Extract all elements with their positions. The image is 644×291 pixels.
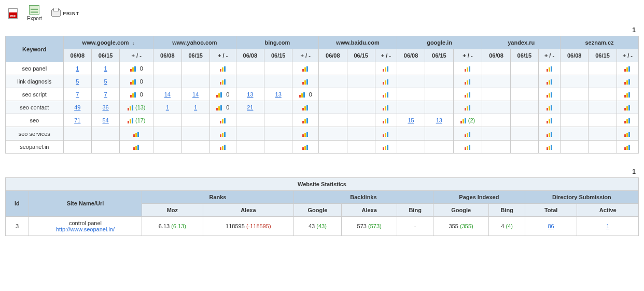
col-sub[interactable]: 06/08 — [397, 49, 425, 62]
chart-icon[interactable] — [465, 105, 471, 110]
col-engine[interactable]: seznam.cz — [561, 36, 639, 49]
col-sub[interactable]: + / - — [120, 49, 153, 62]
col-sub[interactable]: 06/15 — [181, 49, 209, 62]
chart-icon[interactable] — [220, 79, 226, 85]
chart-icon[interactable] — [383, 79, 389, 85]
col-ds-total[interactable]: Total — [525, 203, 577, 216]
chart-icon[interactable] — [624, 79, 631, 85]
rank-link[interactable]: 13 — [275, 91, 282, 98]
chart-icon[interactable] — [624, 92, 631, 98]
col-sub[interactable]: 06/15 — [510, 49, 538, 62]
col-sub[interactable]: 06/08 — [236, 49, 264, 62]
col-sub[interactable]: + / - — [292, 49, 319, 62]
chart-icon[interactable] — [465, 145, 471, 150]
rank-link[interactable]: 1 — [104, 65, 107, 72]
rank-link[interactable]: 1 — [76, 65, 79, 72]
rank-link[interactable]: 21 — [247, 104, 253, 110]
chart-icon[interactable] — [302, 145, 309, 150]
col-ds-active[interactable]: Active — [577, 203, 639, 216]
col-engine[interactable]: www.baidu.com — [319, 36, 397, 49]
chart-icon[interactable] — [383, 145, 389, 150]
col-sub[interactable]: + / - — [453, 49, 482, 62]
col-sub[interactable]: 06/15 — [425, 49, 453, 62]
chart-icon[interactable] — [383, 92, 389, 98]
chart-icon[interactable] — [383, 118, 389, 123]
chart-icon[interactable] — [465, 66, 471, 72]
chart-icon[interactable] — [465, 92, 471, 98]
rank-link[interactable]: 54 — [102, 117, 108, 123]
col-bl-alexa[interactable]: Alexa — [341, 203, 397, 216]
rank-link[interactable]: 36 — [102, 104, 108, 110]
col-sub[interactable]: 06/08 — [153, 49, 181, 62]
chart-icon[interactable] — [133, 145, 139, 150]
rank-link[interactable]: 5 — [76, 78, 79, 85]
chart-icon[interactable] — [128, 118, 134, 123]
chart-icon[interactable] — [624, 132, 631, 137]
col-bl-google[interactable]: Google — [293, 203, 341, 216]
col-sub[interactable]: 06/08 — [63, 49, 91, 62]
chart-icon[interactable] — [465, 132, 471, 137]
col-sub[interactable]: 06/15 — [264, 49, 292, 62]
col-sub[interactable]: 06/08 — [319, 49, 347, 62]
chart-icon[interactable] — [302, 66, 309, 72]
chart-icon[interactable] — [216, 92, 222, 98]
col-engine[interactable]: www.yahoo.com — [153, 36, 236, 49]
col-bl-bing[interactable]: Bing — [397, 203, 433, 216]
rank-link[interactable]: 14 — [164, 91, 171, 98]
col-keyword[interactable]: Keyword — [6, 36, 64, 62]
rank-link[interactable]: 7 — [104, 91, 107, 98]
rank-link[interactable]: 14 — [192, 91, 199, 98]
chart-icon[interactable] — [547, 105, 553, 110]
col-sub[interactable]: + / - — [617, 49, 638, 62]
col-sub[interactable]: 06/15 — [347, 49, 375, 62]
chart-icon[interactable] — [547, 132, 553, 137]
col-pi-bing[interactable]: Bing — [489, 203, 525, 216]
col-engine[interactable]: yandex.ru — [482, 36, 561, 49]
col-sub[interactable]: 06/08 — [561, 49, 589, 62]
rank-link[interactable]: 1 — [166, 104, 169, 110]
chart-icon[interactable] — [220, 118, 226, 123]
col-sub[interactable]: + / - — [375, 49, 397, 62]
chart-icon[interactable] — [547, 92, 553, 98]
col-moz[interactable]: Moz — [142, 203, 203, 216]
chart-icon[interactable] — [133, 132, 139, 137]
chart-icon[interactable] — [547, 118, 553, 123]
chart-icon[interactable] — [460, 118, 467, 123]
rank-link[interactable]: 49 — [74, 104, 80, 110]
rank-link[interactable]: 15 — [408, 117, 414, 123]
chart-icon[interactable] — [547, 145, 553, 150]
rank-link[interactable]: 13 — [247, 91, 253, 98]
chart-icon[interactable] — [220, 145, 226, 150]
chart-icon[interactable] — [302, 105, 309, 110]
chart-icon[interactable] — [547, 66, 553, 72]
pdf-button[interactable] — [8, 8, 18, 19]
col-alexa-rank[interactable]: Alexa — [203, 203, 293, 216]
col-engine[interactable]: bing.com — [236, 36, 319, 49]
chart-icon[interactable] — [130, 79, 136, 85]
rank-link[interactable]: 13 — [436, 117, 442, 123]
print-button[interactable]: PRINT — [51, 9, 79, 17]
chart-icon[interactable] — [383, 132, 389, 137]
col-sub[interactable]: + / - — [538, 49, 560, 62]
chart-icon[interactable] — [220, 132, 226, 137]
chart-icon[interactable] — [302, 132, 309, 137]
chart-icon[interactable] — [624, 105, 631, 110]
chart-icon[interactable] — [624, 118, 631, 123]
col-site[interactable]: Site Name/Url — [29, 190, 142, 216]
col-sub[interactable]: 06/15 — [91, 49, 119, 62]
chart-icon[interactable] — [624, 66, 631, 72]
rank-link[interactable]: 1 — [194, 104, 197, 110]
rank-link[interactable]: 71 — [74, 117, 80, 123]
col-id[interactable]: Id — [6, 190, 29, 216]
chart-icon[interactable] — [302, 118, 309, 123]
chart-icon[interactable] — [383, 105, 389, 110]
chart-icon[interactable] — [547, 79, 553, 85]
chart-icon[interactable] — [465, 79, 471, 85]
chart-icon[interactable] — [130, 92, 136, 98]
col-engine[interactable]: www.google.com ↓ — [63, 36, 153, 49]
site-url[interactable]: http://www.seopanel.in/ — [56, 226, 115, 232]
chart-icon[interactable] — [220, 66, 226, 72]
rank-link[interactable]: 5 — [104, 78, 107, 85]
chart-icon[interactable] — [383, 66, 389, 72]
col-pi-google[interactable]: Google — [433, 203, 488, 216]
